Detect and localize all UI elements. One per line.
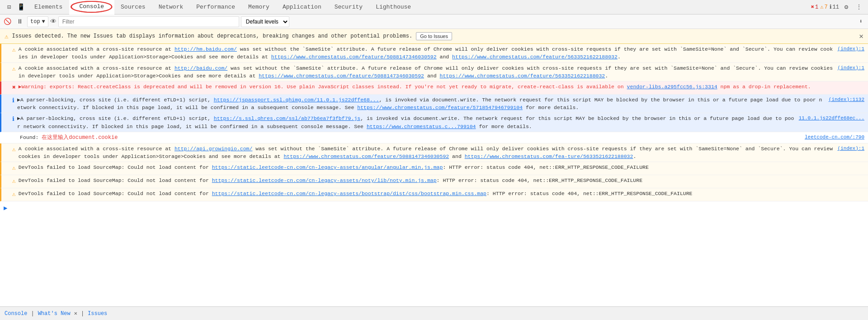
log-entry: Found: 在这里输入document.cookie leetcode-cn.…: [0, 132, 868, 143]
info-entry-icon: ℹ: [12, 115, 14, 124]
clear-console-icon[interactable]: 🚫: [2, 16, 13, 27]
warn-entry-icon: ⚠: [12, 145, 16, 155]
log-entry: ⚠ DevTools failed to load SourceMap: Cou…: [0, 175, 868, 188]
entry-link[interactable]: https://www.chromestatus.com/feature/508…: [271, 54, 437, 60]
console-content: ⚠ A cookie associated with a cross-site …: [0, 44, 868, 308]
chevron-down-icon: ▼: [42, 19, 45, 25]
entry-link[interactable]: http://hm.baidu.com/: [175, 46, 237, 52]
tab-right-icons: ✖ 1 ⚠ 7 ℹ 11 ⚙ ⋮: [811, 2, 868, 13]
prompt-arrow-icon: ▶: [4, 203, 7, 213]
log-entry: ℹ ▶A parser-blocking, cross site (i.e. d…: [0, 113, 868, 132]
entry-link[interactable]: https://www.chromestatus.com/feature/571…: [357, 105, 523, 110]
tab-application[interactable]: Application: [276, 0, 328, 14]
warn-badge: ⚠ 7: [820, 4, 827, 10]
tab-left-icons: ⊡ 📱: [2, 2, 28, 13]
eye-icon[interactable]: 👁: [50, 18, 57, 25]
warn-entry-icon: ⚠: [12, 46, 16, 55]
device-toggle-icon[interactable]: 📱: [15, 2, 26, 13]
more-options-icon[interactable]: ⋮: [854, 2, 864, 13]
entry-location[interactable]: (index):1: [838, 64, 864, 72]
issues-banner-text: Issues detected. The new Issues tab disp…: [12, 33, 412, 39]
go-to-issues-button[interactable]: Go to Issues: [416, 32, 452, 40]
status-issues-tab[interactable]: Issues: [88, 310, 107, 317]
log-entry: ⚠ DevTools failed to load SourceMap: Cou…: [0, 188, 868, 201]
tab-sources[interactable]: Sources: [114, 0, 152, 14]
tab-lighthouse[interactable]: Lighthouse: [369, 0, 418, 14]
console-prompt: ▶: [0, 201, 868, 215]
error-entry-icon: ✖: [12, 83, 16, 93]
settings-icon[interactable]: ⚙: [841, 2, 852, 13]
entry-link[interactable]: http://api.growingio.com/: [175, 146, 253, 152]
entry-link[interactable]: https://static.leetcode-cn.com/cn-legacy…: [212, 191, 486, 196]
info-entry-icon: ℹ: [12, 96, 14, 106]
entry-link[interactable]: https://www.chromestatus.com/feature/508…: [259, 73, 424, 79]
console-toolbar: 🚫 ⏸ top ▼ 👁 Default levels ⬇: [0, 14, 868, 29]
filter-input[interactable]: [58, 16, 239, 27]
close-banner-button[interactable]: ✕: [859, 32, 863, 41]
inspect-element-icon[interactable]: ⊡: [4, 2, 14, 13]
info-badge: ℹ 11: [830, 4, 839, 10]
issues-warn-icon: ⚠: [5, 33, 8, 40]
entry-location[interactable]: leetcode-cn.com/:790: [805, 134, 864, 142]
entry-link[interactable]: https://static.leetcode-cn.com/cn-legacy…: [212, 164, 443, 170]
tab-network[interactable]: Network: [152, 0, 190, 14]
pause-on-exceptions-icon[interactable]: ⏸: [14, 16, 25, 27]
tab-performance[interactable]: Performance: [190, 0, 242, 14]
entry-link[interactable]: https://jspassport.ssl.qhimg.com/11.0.1.…: [214, 97, 379, 103]
log-entry: ℹ ▶A parser-blocking, cross site (i.e. d…: [0, 95, 868, 114]
entry-link[interactable]: https://s.ssl.qhres.com/ssl/ab77b6ea7f3f…: [214, 115, 360, 121]
collapse-icon[interactable]: ⬇: [855, 16, 866, 27]
devtools-tab-bar: ⊡ 📱 Elements Console Sources Network Per…: [0, 0, 868, 14]
log-entry: ⚠ A cookie associated with a cross-site …: [0, 44, 868, 63]
error-badge: ✖ 1: [811, 4, 818, 10]
warn-entry-icon: ⚠: [12, 177, 16, 186]
entry-link[interactable]: http://baidu.com/: [175, 65, 227, 71]
entry-link[interactable]: https://www.chromestatus.com/feature/563…: [440, 73, 605, 79]
info-icon: ℹ: [830, 4, 832, 10]
entry-link[interactable]: vendor-libs.a295fcc56.js:3314: [627, 84, 717, 90]
entry-link[interactable]: https://www.chromestatus.com/feature/508…: [283, 153, 449, 159]
status-whats-new-tab[interactable]: What's New: [38, 310, 71, 317]
issues-banner: ⚠ Issues detected. The new Issues tab di…: [0, 29, 868, 44]
entry-link[interactable]: https://www.chromestatus.com/fea-ture/56…: [465, 153, 633, 159]
entry-link[interactable]: https://www.chromestatus.com/feature/563…: [452, 54, 618, 60]
warn-icon: ⚠: [820, 4, 823, 10]
status-console-tab[interactable]: Console: [5, 310, 27, 317]
tab-memory[interactable]: Memory: [242, 0, 276, 14]
warn-entry-icon: ⚠: [12, 65, 16, 74]
log-entry: ⚠ A cookie associated with a cross-site …: [0, 63, 868, 82]
log-entry: ⚠ A cookie associated with a cross-site …: [0, 143, 868, 162]
entry-link[interactable]: https://static.leetcode-cn.com/cn-legacy…: [212, 177, 437, 183]
warn-entry-icon: ⚠: [12, 164, 16, 173]
tab-elements[interactable]: Elements: [28, 0, 69, 14]
error-icon: ✖: [811, 4, 814, 10]
status-close-icon[interactable]: ✕: [74, 310, 77, 317]
log-level-select[interactable]: Default levels: [241, 16, 289, 27]
status-bar: Console | What's New ✕ | Issues: [0, 306, 868, 320]
context-select[interactable]: top ▼: [27, 16, 48, 27]
log-entry: ⚠ DevTools failed to load SourceMap: Cou…: [0, 162, 868, 175]
entry-location[interactable]: (index):1: [838, 145, 864, 153]
log-entry: ✖ ▶Warning: exports: React.createClass i…: [0, 81, 868, 95]
entry-location[interactable]: 11.0.1.js22dffe68ec...: [799, 115, 864, 123]
entry-location[interactable]: (index):1: [838, 45, 864, 53]
entry-link[interactable]: 799104: [457, 124, 476, 129]
tab-console[interactable]: Console: [69, 0, 114, 14]
entry-link[interactable]: https://www.chromestatus.c...: [367, 124, 457, 129]
tab-security[interactable]: Security: [328, 0, 369, 14]
entry-location[interactable]: (index):1132: [829, 96, 864, 104]
warn-entry-icon: ⚠: [12, 190, 16, 200]
